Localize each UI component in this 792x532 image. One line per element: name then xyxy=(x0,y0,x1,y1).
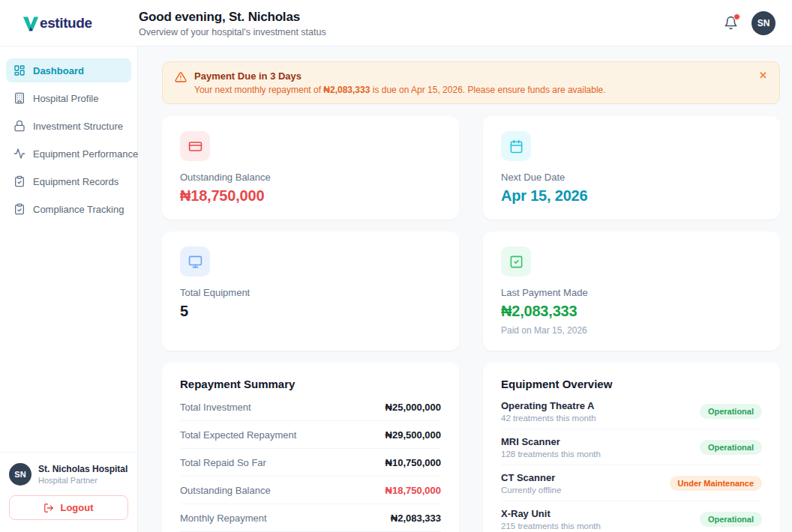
alert-message: Your next monthly repayment of ₦2,083,33… xyxy=(194,85,606,95)
clipboard-check-icon xyxy=(14,175,26,187)
repayment-summary-panel: Repayment Summary Total Investment ₦25,0… xyxy=(162,363,459,532)
status-badge: Operational xyxy=(700,512,762,527)
sidebar-item-label: Compliance Tracking xyxy=(33,204,124,215)
equipment-row: CT Scanner Currently offline Under Maint… xyxy=(501,465,762,501)
brand-v-icon xyxy=(22,15,39,31)
stat-value: ₦2,083,333 xyxy=(501,303,762,320)
sidebar: Dashboard Hospital Profile Investment St… xyxy=(0,46,138,532)
monitor-icon xyxy=(180,247,210,276)
equipment-row: X-Ray Unit 215 treatments this month Ope… xyxy=(501,501,762,532)
stat-value: Apr 15, 2026 xyxy=(501,187,762,205)
equipment-row: Operating Theatre A 42 treatments this m… xyxy=(501,393,762,429)
logout-icon xyxy=(44,503,54,513)
lock-icon xyxy=(14,120,26,132)
stat-label: Outstanding Balance xyxy=(180,172,441,183)
check-square-icon xyxy=(501,247,531,276)
alert-amount: ₦2,083,333 xyxy=(323,85,370,95)
payment-due-alert: Payment Due in 3 Days Your next monthly … xyxy=(162,61,780,104)
activity-icon xyxy=(14,148,26,160)
stat-value: 5 xyxy=(180,303,441,320)
credit-card-icon xyxy=(180,131,210,161)
building-icon xyxy=(14,92,26,104)
brand-name: estitude xyxy=(40,15,92,31)
sidebar-item-hospital-profile[interactable]: Hospital Profile xyxy=(6,86,131,110)
sidebar-item-compliance-tracking[interactable]: Compliance Tracking xyxy=(6,197,131,221)
alert-title: Payment Due in 3 Days xyxy=(194,70,606,82)
sidebar-item-equipment-performance[interactable]: Equipment Performance xyxy=(6,142,131,166)
next-due-date-card: Next Due Date Apr 15, 2026 xyxy=(483,116,780,220)
summary-row: Total Repaid So Far ₦10,750,000 xyxy=(180,449,441,477)
stat-value: ₦18,750,000 xyxy=(180,187,441,205)
sidebar-item-label: Equipment Records xyxy=(33,176,118,187)
sidebar-item-dashboard[interactable]: Dashboard xyxy=(6,58,131,82)
total-equipment-card: Total Equipment 5 xyxy=(162,232,459,351)
calendar-icon xyxy=(501,131,531,161)
dashboard-grid-icon xyxy=(14,64,26,76)
logout-button[interactable]: Logout xyxy=(9,495,128,520)
logout-label: Logout xyxy=(60,502,93,513)
summary-row: Total Expected Repayment ₦29,500,000 xyxy=(180,421,441,449)
summary-row: Monthly Repayment ₦2,083,333 xyxy=(180,504,441,532)
sidebar-item-label: Hospital Profile xyxy=(33,93,98,104)
sidebar-nav: Dashboard Hospital Profile Investment St… xyxy=(0,46,137,452)
equipment-row: MRI Scanner 128 treatments this month Op… xyxy=(501,429,762,465)
equipment-overview-panel: Equipment Overview Operating Theatre A 4… xyxy=(483,363,780,532)
top-bar: estitude Good evening, St. Nicholas Over… xyxy=(0,0,792,46)
clipboard-check-icon xyxy=(14,203,26,215)
notification-dot xyxy=(734,13,740,20)
panel-title: Equipment Overview xyxy=(501,378,762,390)
brand-logo[interactable]: estitude xyxy=(22,15,139,31)
sidebar-item-equipment-records[interactable]: Equipment Records xyxy=(6,169,131,193)
sidebar-item-investment-structure[interactable]: Investment Structure xyxy=(6,114,131,138)
sidebar-item-label: Equipment Performance xyxy=(33,148,138,160)
status-badge: Operational xyxy=(700,440,762,455)
sidebar-user-avatar: SN xyxy=(9,463,32,486)
close-icon[interactable]: ✕ xyxy=(759,70,767,80)
page-title: Good evening, St. Nicholas xyxy=(139,10,724,25)
sidebar-item-label: Investment Structure xyxy=(33,121,123,132)
last-payment-card: Last Payment Made ₦2,083,333 Paid on Mar… xyxy=(483,232,780,351)
stat-label: Next Due Date xyxy=(501,172,762,183)
status-badge: Under Maintenance xyxy=(670,476,762,491)
status-badge: Operational xyxy=(700,404,762,419)
stat-subtext: Paid on Mar 15, 2026 xyxy=(501,325,762,336)
outstanding-balance-card: Outstanding Balance ₦18,750,000 xyxy=(162,116,459,220)
stat-label: Last Payment Made xyxy=(501,287,762,298)
warning-triangle-icon xyxy=(175,71,187,95)
page-subtitle: Overview of your hospital's investment s… xyxy=(139,27,724,37)
sidebar-item-label: Dashboard xyxy=(33,65,84,76)
summary-row: Total Investment ₦25,000,000 xyxy=(180,393,441,421)
summary-row: Outstanding Balance ₦18,750,000 xyxy=(180,477,441,504)
notification-bell-icon[interactable] xyxy=(724,16,738,30)
user-avatar[interactable]: SN xyxy=(752,11,776,35)
sidebar-footer: SN St. Nicholas Hospital Hospital Partne… xyxy=(0,452,137,532)
sidebar-user-name: St. Nicholas Hospital xyxy=(38,464,128,474)
main-content: Payment Due in 3 Days Your next monthly … xyxy=(138,46,792,532)
stat-label: Total Equipment xyxy=(180,287,441,298)
panel-title: Repayment Summary xyxy=(180,378,441,390)
sidebar-user-role: Hospital Partner xyxy=(38,476,128,485)
